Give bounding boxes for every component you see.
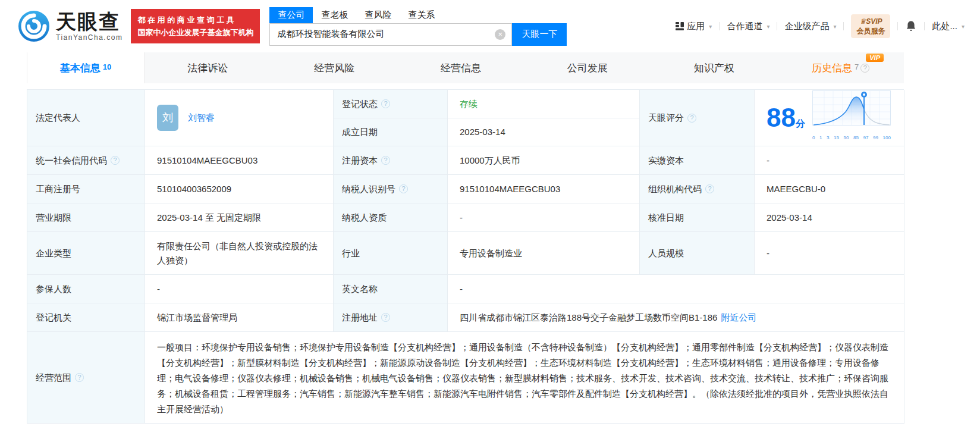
menu-partner[interactable]: 合作通道 ▾ [727,21,769,32]
field-reg-capital-label: 注册资本? [334,146,448,175]
menu-apps-label: 应用 [687,21,705,32]
help-icon[interactable]: ? [399,184,408,193]
tab-basic-info[interactable]: 基本信息 10 [27,52,145,83]
bell-icon [905,20,917,32]
field-address-label: 注册地址? [334,303,448,332]
field-registry-label: 登记机关 [27,303,145,332]
field-legal-rep-label: 法定代表人 [27,90,145,146]
tianyancha-logo-icon [18,10,50,42]
help-icon[interactable]: ? [75,373,84,382]
field-industry-value: 专用设备制造业 [448,232,640,275]
field-insured-label: 参保人数 [27,275,145,303]
field-org-code-label: 组织机构代码? [640,175,755,203]
search-tab-relation[interactable]: 查关系 [400,10,443,23]
svip-label: SVIP [866,17,882,26]
score-value: 88分 [767,105,805,131]
help-icon[interactable]: ? [687,114,696,123]
tab-basic-info-label: 基本信息 [60,61,100,75]
help-icon[interactable]: ? [705,184,714,193]
legal-rep-avatar[interactable]: 刘 [157,105,178,131]
tab-company-development[interactable]: 公司发展 [524,52,651,83]
help-icon[interactable]: ? [381,156,390,165]
chevron-down-icon: ▾ [833,23,836,30]
search-tab-company[interactable]: 查公司 [269,7,313,23]
section-nav: 基本信息 10 法律诉讼 经营风险 经营信息 公司发展 知识产权 VIP 历史信… [27,52,904,83]
tab-operation-risk-label: 经营风险 [314,61,354,75]
search-button[interactable]: 天眼一下 [512,23,567,46]
company-info-table: 法定代表人 刘 刘智睿 登记状态? 存续 成立日期 2025-03-14 天眼评… [27,89,904,424]
field-scope-label: 经营范围? [27,332,145,424]
field-uscc-label: 统一社会信用代码? [27,146,145,175]
svip-member-badge[interactable]: ♛SVIP 会员服务 [851,14,890,38]
field-paid-capital-value: - [755,146,904,175]
field-company-type-value: 有限责任公司（非自然人投资或控股的法人独资） [145,232,334,275]
score-cell: 88分 [755,90,904,146]
menu-apps[interactable]: 应用 ▾ [676,21,712,32]
help-icon[interactable]: ? [381,313,390,322]
divider [777,22,777,30]
chevron-down-icon: ▾ [767,23,769,30]
field-est-date-value: 2025-03-14 [448,118,640,146]
chevron-down-icon: ▾ [709,23,712,30]
search-tab-boss[interactable]: 查老板 [313,10,356,23]
field-score-label: 天眼评分? [640,90,755,146]
nearby-companies-link[interactable]: 附近公司 [721,311,756,325]
clear-icon[interactable]: × [495,29,505,40]
field-taxpayer-qual-value: - [448,203,640,232]
field-scope-value: 一般项目：环境保护专用设备销售；环境保护专用设备制造【分支机构经营】；通用设备制… [145,332,904,424]
notification-bell-button[interactable] [905,20,917,32]
apps-grid-icon [676,22,684,30]
search-tab-risk[interactable]: 查风险 [356,10,400,23]
slogan-line1: 都 在 用 的 商 业 查 询 工 具 [137,14,253,26]
field-taxpayer-qual-label: 纳税人资质 [334,203,448,232]
search-input[interactable] [271,29,495,39]
crown-icon: ♛ [859,17,866,26]
user-menu[interactable]: 此处... ▾ [932,21,965,32]
tab-history-info[interactable]: VIP 历史信息 7 ? [777,52,904,83]
help-icon[interactable]: ? [860,64,869,73]
field-paid-capital-label: 实缴资本 [640,146,755,175]
field-insured-value: - [145,275,334,303]
legal-rep-link[interactable]: 刘智睿 [188,111,215,125]
field-legal-rep-value: 刘 刘智睿 [145,90,334,146]
field-reg-capital-value: 10000万人民币 [448,146,640,175]
tab-intellectual-property-label: 知识产权 [694,61,734,75]
field-staff-size-value: - [755,232,904,275]
tab-operation-info[interactable]: 经营信息 [398,52,524,83]
search-input-wrap: × [269,23,512,46]
menu-partner-label: 合作通道 [727,21,762,32]
tab-company-development-label: 公司发展 [567,61,608,75]
field-est-date-label: 成立日期 [334,118,448,146]
slogan-line2: 国家中小企业发展子基金旗下机构 [137,26,253,39]
top-menu: 应用 ▾ 合作通道 ▾ 企业级产品 ▾ ♛SVIP 会员服务 此处... ▾ [676,14,965,38]
tab-history-info-label: 历史信息 [812,61,852,75]
field-registry-value: 锦江市场监督管理局 [145,303,334,332]
help-icon[interactable]: ? [111,156,120,165]
menu-enterprise[interactable]: 企业级产品 ▾ [784,21,836,32]
tab-operation-risk[interactable]: 经营风险 [271,52,398,83]
search-block: 查公司 查老板 查风险 查关系 × 天眼一下 [269,7,567,46]
help-icon[interactable]: ? [381,99,390,108]
brand-name: 天眼查 [56,11,122,32]
brand-domain: TianYanCha.com [56,34,122,41]
field-term-value: 2025-03-14 至 无固定期限 [145,203,334,232]
field-taxpayer-id-value: 91510104MAEEGCBU03 [448,175,640,203]
field-english-name-value: - [448,275,904,303]
tab-intellectual-property[interactable]: 知识产权 [651,52,777,83]
field-term-label: 营业期限 [27,203,145,232]
field-reg-status-value: 存续 [448,90,640,118]
field-reg-no-value: 510104003652009 [145,175,334,203]
tab-legal[interactable]: 法律诉讼 [145,52,271,83]
tab-operation-info-label: 经营信息 [441,61,481,75]
vip-badge: VIP [866,54,884,62]
divider [924,22,925,30]
field-reg-no-label: 工商注册号 [27,175,145,203]
divider [843,22,844,30]
field-approval-date-value: 2025-03-14 [755,203,904,232]
field-taxpayer-id-label: 纳税人识别号? [334,175,448,203]
field-address-value: 四川省成都市锦江区泰治路188号交子金融梦工场数币空间B1-186 附近公司 [448,303,904,332]
svip-service-label: 会员服务 [856,26,885,36]
divider [897,22,898,30]
tianyancha-logo[interactable]: 天眼查 TianYanCha.com [18,10,122,42]
field-industry-label: 行业 [334,232,448,275]
